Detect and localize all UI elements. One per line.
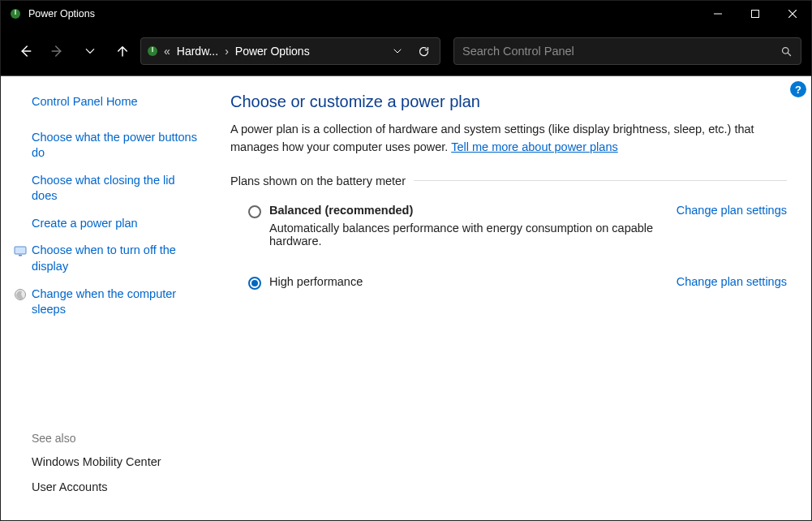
address-bar[interactable]: « Hardw... › Power Options <box>140 37 440 65</box>
control-panel-home-link[interactable]: Control Panel Home <box>32 94 198 110</box>
content-area: ? Control Panel Home Choose what the pow… <box>1 75 811 520</box>
app-icon <box>9 7 22 20</box>
svg-rect-2 <box>752 11 759 18</box>
svg-point-5 <box>783 47 789 54</box>
minimize-button[interactable] <box>699 1 737 27</box>
sidebar: Control Panel Home Choose what the power… <box>1 76 216 520</box>
learn-more-link[interactable]: Tell me more about power plans <box>451 140 618 153</box>
refresh-button[interactable] <box>412 40 435 62</box>
plan-balanced-description: Automatically balances performance with … <box>269 222 657 248</box>
see-also-label: See also <box>32 432 198 445</box>
plan-high-performance: High performance Change plan settings <box>230 272 787 293</box>
sleep-icon <box>14 288 27 301</box>
sidebar-link-power-buttons[interactable]: Choose what the power buttons do <box>32 130 198 161</box>
address-icon <box>146 45 159 58</box>
chevron-right-icon: › <box>223 45 230 58</box>
search-box[interactable] <box>453 37 801 65</box>
plan-balanced: Balanced (recommended) Automatically bal… <box>230 200 787 251</box>
search-input[interactable] <box>462 45 780 58</box>
plan-balanced-change-link[interactable]: Change plan settings <box>677 204 787 217</box>
sidebar-link-turn-off-display[interactable]: Choose when to turn off the display <box>32 243 198 274</box>
breadcrumb-overflow[interactable]: « <box>162 45 172 58</box>
page-heading: Choose or customize a power plan <box>230 93 787 111</box>
plan-high-performance-change-link[interactable]: Change plan settings <box>677 275 787 288</box>
sidebar-link-create-plan[interactable]: Create a power plan <box>32 216 198 232</box>
sidebar-link-close-lid[interactable]: Choose what closing the lid does <box>32 173 198 205</box>
svg-rect-7 <box>19 255 22 256</box>
plan-high-performance-radio[interactable] <box>248 277 261 290</box>
search-icon[interactable] <box>780 45 793 58</box>
help-button[interactable]: ? <box>790 81 806 97</box>
sidebar-link-computer-sleeps[interactable]: Change when the computer sleeps <box>32 286 198 318</box>
svg-rect-4 <box>152 47 153 52</box>
breadcrumb-parent[interactable]: Hardw... <box>175 43 220 59</box>
window-title: Power Options <box>28 8 699 19</box>
plans-group-label: Plans shown on the battery meter <box>230 174 787 187</box>
plan-balanced-name[interactable]: Balanced (recommended) <box>269 204 657 217</box>
forward-button[interactable] <box>43 37 72 66</box>
titlebar: Power Options <box>1 1 811 27</box>
page-description: A power plan is a collection of hardware… <box>230 121 787 157</box>
plan-high-performance-name[interactable]: High performance <box>269 275 657 288</box>
up-button[interactable] <box>108 37 137 66</box>
svg-rect-6 <box>15 247 26 254</box>
back-button[interactable] <box>11 37 40 66</box>
address-dropdown-button[interactable] <box>386 40 409 62</box>
display-icon <box>14 244 27 257</box>
see-also-section: See also Windows Mobility Center User Ac… <box>32 432 198 506</box>
plans-group-label-text: Plans shown on the battery meter <box>230 174 406 187</box>
see-also-mobility-center[interactable]: Windows Mobility Center <box>32 454 198 471</box>
svg-rect-1 <box>15 10 16 15</box>
plans-group: Plans shown on the battery meter Balance… <box>230 174 787 293</box>
see-also-user-accounts[interactable]: User Accounts <box>32 480 198 496</box>
plan-balanced-radio[interactable] <box>248 205 261 218</box>
main-panel: Choose or customize a power plan A power… <box>216 76 811 520</box>
window: Power Options « Hardw... <box>0 0 812 521</box>
maximize-button[interactable] <box>737 1 774 27</box>
close-button[interactable] <box>774 1 811 27</box>
breadcrumb-current[interactable]: Power Options <box>234 43 311 59</box>
divider <box>414 180 787 181</box>
recent-dropdown-button[interactable] <box>75 37 105 66</box>
toolbar: « Hardw... › Power Options <box>1 27 811 75</box>
